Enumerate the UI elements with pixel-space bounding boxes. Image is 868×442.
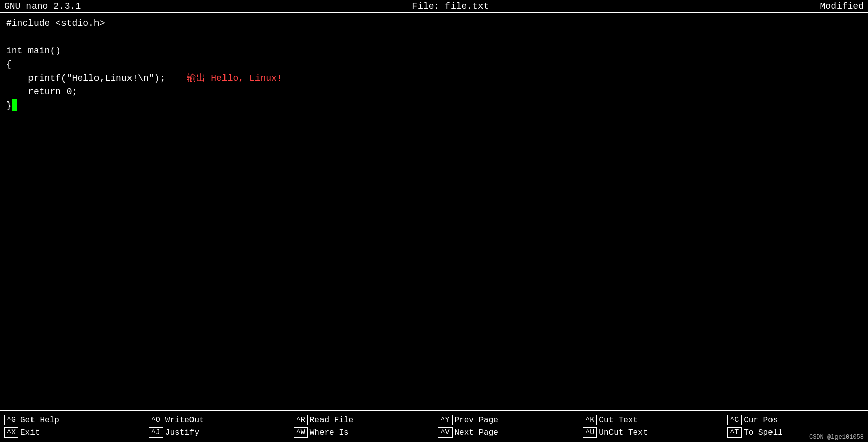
shortcut-col-5: ^K Cut Text ^U UnCut Text (578, 413, 723, 440)
comment-text: 输出 Hello, Linux! (187, 73, 282, 83)
shortcut-uncut-text[interactable]: ^U UnCut Text (583, 427, 719, 438)
shortcut-key-curpos: ^C (727, 415, 742, 425)
shortcut-label-uncuttext: UnCut Text (599, 428, 648, 437)
code-line-3: int main() (6, 44, 862, 58)
shortcut-label-writeout: WriteOut (165, 416, 204, 425)
shortcut-label-gethelp: Get Help (20, 416, 59, 425)
shortcut-area: ^G Get Help ^X Exit ^O WriteOut ^J Justi… (0, 410, 868, 442)
shortcut-col-1: ^G Get Help ^X Exit (0, 413, 145, 440)
shortcut-key-nextpage: ^V (438, 427, 452, 438)
bottom-bar: ^G Get Help ^X Exit ^O WriteOut ^J Justi… (0, 410, 868, 442)
shortcut-label-cuttext: Cut Text (599, 416, 638, 425)
shortcut-key-readfile: ^R (294, 415, 308, 425)
shortcut-col-4: ^Y Prev Page ^V Next Page (434, 413, 578, 440)
code-line-2 (6, 30, 862, 44)
code-line-7: } (6, 99, 862, 113)
shortcut-key-prevpage: ^Y (438, 415, 452, 425)
shortcut-key-uncuttext: ^U (583, 427, 597, 438)
shortcut-key-cuttext: ^K (583, 415, 597, 425)
code-line-4: { (6, 58, 862, 72)
shortcut-key-tospell: ^T (727, 427, 742, 438)
shortcut-label-readfile: Read File (310, 416, 353, 425)
watermark: CSDN @lge101058 (809, 434, 864, 441)
editor-area[interactable]: #include <stdio.h> int main() { printf("… (0, 13, 868, 410)
shortcut-key-whereis: ^W (294, 427, 308, 438)
shortcut-writeout[interactable]: ^O WriteOut (149, 415, 285, 425)
status-badge: Modified (820, 1, 864, 11)
shortcut-exit[interactable]: ^X Exit (4, 427, 141, 438)
shortcut-justify[interactable]: ^J Justify (149, 427, 285, 438)
shortcut-label-curpos: Cur Pos (744, 416, 778, 425)
code-line-6: return 0; (6, 85, 862, 99)
shortcut-key-exit: ^X (4, 427, 18, 438)
shortcut-get-help[interactable]: ^G Get Help (4, 415, 141, 425)
shortcut-col-3: ^R Read File ^W Where Is (290, 413, 434, 440)
shortcut-next-page[interactable]: ^V Next Page (438, 427, 574, 438)
file-label: File: file.txt (412, 1, 489, 11)
shortcut-cur-pos[interactable]: ^C Cur Pos (727, 415, 864, 425)
code-line-5: printf("Hello,Linux!\n"); 输出 Hello, Linu… (6, 72, 862, 85)
title-bar: GNU nano 2.3.1 File: file.txt Modified (0, 0, 868, 13)
app-name: GNU nano 2.3.1 (4, 1, 81, 11)
shortcut-prev-page[interactable]: ^Y Prev Page (438, 415, 574, 425)
shortcut-cut-text[interactable]: ^K Cut Text (583, 415, 719, 425)
text-cursor (12, 99, 17, 111)
shortcut-col-2: ^O WriteOut ^J Justify (145, 413, 290, 440)
shortcut-label-exit: Exit (20, 428, 40, 437)
code-line-1: #include <stdio.h> (6, 17, 862, 30)
shortcut-key-writeout: ^O (149, 415, 163, 425)
shortcut-read-file[interactable]: ^R Read File (294, 415, 430, 425)
shortcut-label-justify: Justify (165, 428, 199, 437)
shortcut-label-whereis: Where Is (310, 428, 349, 437)
shortcut-key-gethelp: ^G (4, 415, 18, 425)
shortcut-label-nextpage: Next Page (455, 428, 498, 437)
shortcut-label-tospell: To Spell (744, 428, 783, 437)
shortcut-where-is[interactable]: ^W Where Is (294, 427, 430, 438)
shortcut-label-prevpage: Prev Page (455, 416, 498, 425)
shortcut-key-justify: ^J (149, 427, 163, 438)
